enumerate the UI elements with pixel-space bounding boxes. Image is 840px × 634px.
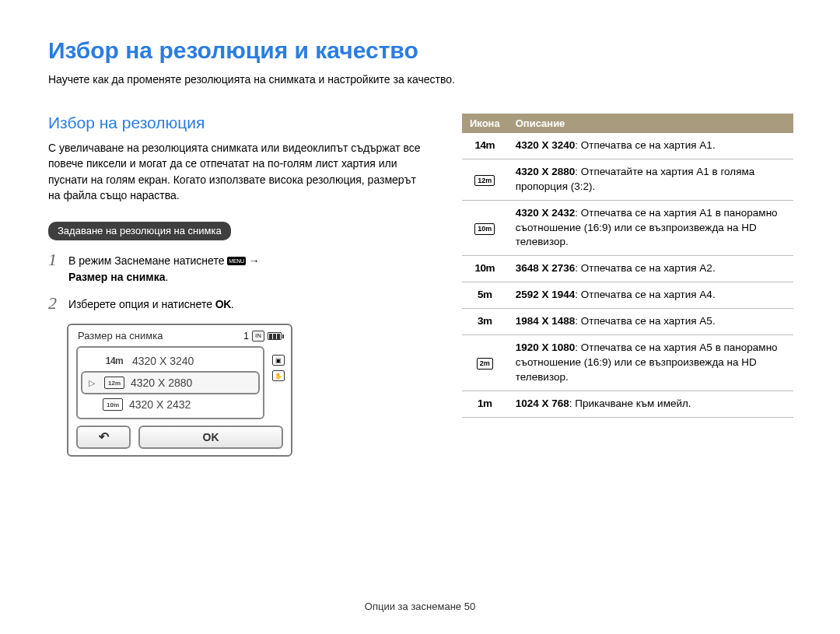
step-number: 2 bbox=[48, 295, 68, 312]
resolution-icon-cell: 5m bbox=[462, 282, 508, 309]
resolution-icon: 5m bbox=[478, 289, 492, 300]
resolution-desc: : Отпечатва се на хартия A2. bbox=[575, 262, 715, 274]
resolution-desc-cell: 2592 X 1944: Отпечатва се на хартия A4. bbox=[508, 282, 793, 309]
resolution-value: 1920 X 1080 bbox=[516, 342, 576, 353]
step-dot: . bbox=[165, 271, 168, 283]
resolution-desc: : Отпечатва се на хартия A4. bbox=[575, 289, 715, 300]
triangle-icon: ▷ bbox=[89, 378, 98, 388]
resolution-desc-cell: 1984 X 1488: Отпечатва се на хартия A5. bbox=[508, 309, 793, 335]
lcd-option: 14m 4320 X 3240 bbox=[81, 351, 260, 371]
resolution-icon: 14m bbox=[103, 355, 126, 367]
resolution-desc-cell: 4320 X 2432: Отпечатва се на хартия A1 в… bbox=[508, 200, 793, 256]
mode-icon: ▣ bbox=[272, 355, 285, 366]
battery-icon bbox=[268, 332, 282, 340]
right-column: Икона Описание 14m4320 X 3240: Отпечатва… bbox=[462, 114, 793, 457]
resolution-icon-cell: 3m bbox=[462, 309, 508, 335]
step-1: 1 В режим Заснемане натиснете MENU → Раз… bbox=[48, 253, 429, 285]
resolution-icon: 2m bbox=[477, 358, 493, 370]
resolution-icon: 12m bbox=[104, 377, 124, 389]
section-paragraph: С увеличаване на резолюцията снимката ил… bbox=[48, 140, 429, 203]
footer-label: Опции за заснемане bbox=[365, 601, 464, 612]
card-icon: IN bbox=[252, 331, 264, 342]
page-footer: Опции за заснемане 50 bbox=[0, 601, 840, 612]
resolution-icon-cell: 1m bbox=[462, 391, 508, 417]
lcd-option-list: 14m 4320 X 3240 ▷ 12m 4320 X 2880 10m 43… bbox=[76, 346, 264, 419]
resolution-desc: : Отпечатва се на хартия A1. bbox=[575, 139, 715, 151]
resolution-desc-cell: 4320 X 2880: Отпечатайте на хартия A1 в … bbox=[508, 159, 793, 200]
hand-icon: ✋ bbox=[272, 370, 285, 381]
resolution-value: 3648 X 2736 bbox=[516, 262, 576, 274]
lcd-option-label: 4320 X 2432 bbox=[129, 398, 191, 411]
resolution-icon: 10m bbox=[103, 398, 123, 411]
step-bold: Размер на снимка bbox=[68, 271, 165, 283]
resolution-icon: 3m bbox=[478, 315, 492, 327]
table-row: 14m4320 X 3240: Отпечатва се на хартия A… bbox=[462, 133, 793, 159]
resolution-desc: : Прикачване към имейл. bbox=[569, 398, 691, 409]
resolution-desc-cell: 1024 X 768: Прикачване към имейл. bbox=[508, 391, 793, 417]
resolution-icon: 10m bbox=[475, 262, 495, 274]
step-number: 1 bbox=[48, 251, 68, 268]
lcd-screenshot: Размер на снимка 1 IN ▣ ✋ bbox=[67, 324, 292, 457]
lcd-option-label: 4320 X 3240 bbox=[132, 355, 194, 367]
resolution-icon-cell: 14m bbox=[462, 133, 508, 159]
resolution-value: 4320 X 2432 bbox=[516, 207, 576, 219]
ok-icon: OK bbox=[215, 298, 231, 310]
resolution-icon: 10m bbox=[474, 223, 495, 235]
lcd-option-selected: ▷ 12m 4320 X 2880 bbox=[81, 371, 260, 394]
table-row: 12m4320 X 2880: Отпечатайте на хартия A1… bbox=[462, 159, 793, 200]
page-title: Избор на резолюция и качество bbox=[48, 37, 793, 64]
lcd-back-button: ↶ bbox=[76, 426, 131, 449]
table-row: 10m3648 X 2736: Отпечатва се на хартия A… bbox=[462, 256, 793, 282]
resolution-icon: 14m bbox=[475, 139, 495, 151]
arrow-icon: → bbox=[249, 254, 260, 267]
footer-page: 50 bbox=[464, 601, 475, 612]
step-text: Изберете опция и натиснете bbox=[68, 298, 215, 310]
resolution-value: 4320 X 3240 bbox=[516, 139, 576, 151]
page-intro: Научете как да променяте резолюцията на … bbox=[48, 73, 793, 86]
step-text: В режим Заснемане натиснете bbox=[68, 254, 227, 267]
section-heading: Избор на резолюция bbox=[48, 114, 429, 132]
menu-icon: MENU bbox=[227, 257, 245, 265]
resolution-desc-cell: 4320 X 3240: Отпечатва се на хартия A1. bbox=[508, 133, 793, 159]
lcd-ok-button: OK bbox=[138, 426, 283, 449]
resolution-icon: 1m bbox=[478, 398, 492, 409]
lcd-counter: 1 bbox=[243, 331, 249, 342]
lcd-title: Размер на снимка bbox=[78, 330, 163, 342]
left-column: Избор на резолюция С увеличаване на резо… bbox=[48, 114, 429, 457]
resolution-icon-cell: 10m bbox=[462, 256, 508, 282]
th-desc: Описание bbox=[508, 114, 793, 133]
resolution-icon-cell: 2m bbox=[462, 335, 508, 391]
resolution-value: 2592 X 1944 bbox=[516, 289, 576, 300]
resolution-value: 1984 X 1488 bbox=[516, 315, 576, 327]
resolution-desc: : Отпечатва се на хартия A5. bbox=[575, 315, 715, 327]
step-dot: . bbox=[231, 298, 234, 310]
resolution-icon-cell: 12m bbox=[462, 159, 508, 200]
resolution-desc-cell: 3648 X 2736: Отпечатва се на хартия A2. bbox=[508, 256, 793, 282]
table-row: 5m2592 X 1944: Отпечатва се на хартия A4… bbox=[462, 282, 793, 309]
lcd-option: 10m 4320 X 2432 bbox=[81, 394, 260, 415]
table-row: 10m4320 X 2432: Отпечатва се на хартия A… bbox=[462, 200, 793, 256]
table-row: 3m1984 X 1488: Отпечатва се на хартия A5… bbox=[462, 309, 793, 335]
resolution-desc-cell: 1920 X 1080: Отпечатва се на хартия A5 в… bbox=[508, 335, 793, 391]
resolution-value: 1024 X 768 bbox=[516, 398, 569, 409]
resolution-icon-cell: 10m bbox=[462, 200, 508, 256]
resolution-value: 4320 X 2880 bbox=[516, 166, 576, 177]
table-row: 2m1920 X 1080: Отпечатва се на хартия A5… bbox=[462, 335, 793, 391]
step-2: 2 Изберете опция и натиснете OK. bbox=[48, 296, 429, 313]
resolution-icon: 12m bbox=[474, 175, 495, 187]
th-icon: Икона bbox=[462, 114, 508, 133]
lcd-option-label: 4320 X 2880 bbox=[131, 377, 192, 389]
table-row: 1m1024 X 768: Прикачване към имейл. bbox=[462, 391, 793, 417]
resolution-table: Икона Описание 14m4320 X 3240: Отпечатва… bbox=[462, 114, 793, 418]
subsection-pill: Задаване на резолюция на снимка bbox=[48, 222, 231, 240]
